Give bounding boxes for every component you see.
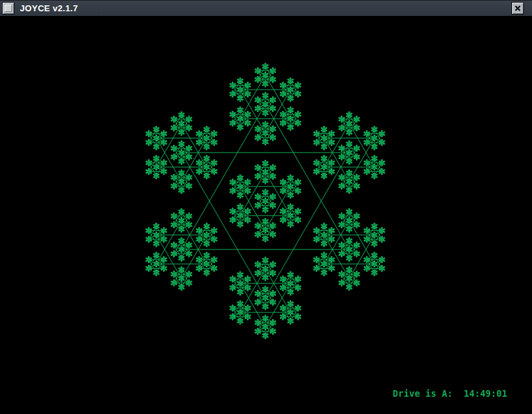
joyce-emulator-window: JOYCE v2.1.7 Drive is A: 14:49:01 [0, 0, 532, 414]
system-menu-icon-inner [5, 5, 12, 12]
title-bar[interactable]: JOYCE v2.1.7 [0, 0, 532, 16]
window-title: JOYCE v2.1.7 [20, 3, 78, 13]
drive-clock-status: Drive is A: 14:49:01 [393, 388, 507, 399]
close-x-icon [514, 5, 521, 12]
emulator-screen[interactable]: Drive is A: 14:49:01 [0, 16, 532, 414]
system-menu-icon[interactable] [2, 2, 15, 15]
fractal-drawing-canvas[interactable] [0, 0, 532, 414]
close-button[interactable] [511, 2, 524, 15]
